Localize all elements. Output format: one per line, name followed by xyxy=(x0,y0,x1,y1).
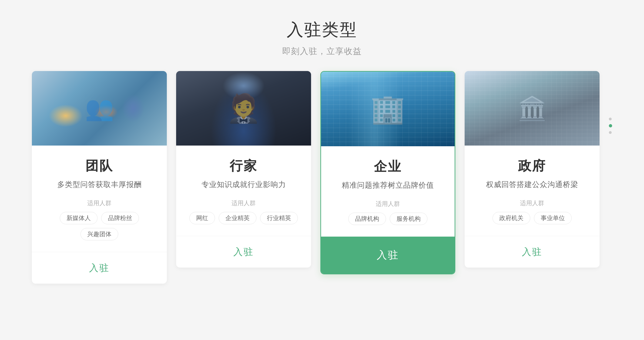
card-expert-description: 专业知识成就行业影响力 xyxy=(202,180,286,190)
card-team-tags: 新媒体人 品牌粉丝 兴趣团体 xyxy=(44,212,155,240)
tag-public-inst: 事业单位 xyxy=(534,212,572,224)
card-expert-footer: 入驻 xyxy=(176,236,311,268)
card-team-audience-label: 适用人群 xyxy=(87,199,112,207)
card-enterprise-body: 企业 精准问题推荐树立品牌价值 适用人群 品牌机构 服务机构 xyxy=(321,146,454,237)
card-team-image xyxy=(32,71,167,146)
tag-brand-org: 品牌机构 xyxy=(348,213,386,225)
card-expert-audience-label: 适用人群 xyxy=(232,199,256,207)
card-expert: 行家 专业知识成就行业影响力 适用人群 网红 企业精英 行业精英 入驻 xyxy=(176,71,311,268)
card-expert-image xyxy=(176,71,311,146)
card-enterprise: 企业 精准问题推荐树立品牌价值 适用人群 品牌机构 服务机构 入驻 xyxy=(320,71,455,274)
tag-interest-group: 兴趣团体 xyxy=(80,228,118,240)
card-team-body: 团队 多类型问答获取丰厚报酬 适用人群 新媒体人 品牌粉丝 兴趣团体 xyxy=(32,146,167,252)
card-government: 政府 权威回答搭建公众沟通桥梁 适用人群 政府机关 事业单位 入驻 xyxy=(464,71,600,268)
page-title: 入驻类型 xyxy=(282,19,362,41)
card-team: 团队 多类型问答获取丰厚报酬 适用人群 新媒体人 品牌粉丝 兴趣团体 入驻 xyxy=(32,71,167,284)
card-government-audience-label: 适用人群 xyxy=(520,199,544,207)
card-enterprise-image xyxy=(321,72,454,146)
card-team-title: 团队 xyxy=(86,157,113,175)
card-enterprise-tags: 品牌机构 服务机构 xyxy=(348,213,428,225)
card-team-footer: 入驻 xyxy=(32,252,167,284)
page-header: 入驻类型 即刻入驻，立享收益 xyxy=(282,19,362,57)
card-expert-tags: 网红 企业精英 行业精英 xyxy=(190,212,298,224)
card-expert-title: 行家 xyxy=(230,157,258,175)
dots-navigation xyxy=(609,118,612,134)
card-enterprise-title: 企业 xyxy=(374,158,402,176)
cards-wrapper: 团队 多类型问答获取丰厚报酬 适用人群 新媒体人 品牌粉丝 兴趣团体 入驻 xyxy=(32,71,612,284)
card-expert-join-button[interactable]: 入驻 xyxy=(224,243,263,261)
tag-govt-org: 政府机关 xyxy=(492,212,530,224)
card-expert-body: 行家 专业知识成就行业影响力 适用人群 网红 企业精英 行业精英 xyxy=(176,146,311,236)
card-government-tags: 政府机关 事业单位 xyxy=(492,212,572,224)
dot-2[interactable] xyxy=(609,124,612,127)
card-government-description: 权威回答搭建公众沟通桥梁 xyxy=(486,180,578,190)
tag-industry-elite: 行业精英 xyxy=(260,212,298,224)
card-government-join-button[interactable]: 入驻 xyxy=(512,243,552,261)
card-government-title: 政府 xyxy=(518,157,546,175)
tag-new-media: 新媒体人 xyxy=(60,212,98,224)
card-enterprise-footer: 入驻 xyxy=(321,237,454,274)
page-subtitle: 即刻入驻，立享收益 xyxy=(282,46,362,57)
dot-3[interactable] xyxy=(609,131,612,134)
card-enterprise-description: 精准问题推荐树立品牌价值 xyxy=(342,180,434,190)
card-enterprise-join-button[interactable]: 入驻 xyxy=(367,246,408,264)
card-government-body: 政府 权威回答搭建公众沟通桥梁 适用人群 政府机关 事业单位 xyxy=(464,146,600,236)
tag-service-org: 服务机构 xyxy=(390,213,428,225)
card-team-join-button[interactable]: 入驻 xyxy=(80,259,119,277)
card-government-footer: 入驻 xyxy=(464,236,600,268)
card-government-image xyxy=(464,71,600,146)
page-container: 入驻类型 即刻入驻，立享收益 团队 多类型问答获取丰厚报酬 适用人群 新媒体人 … xyxy=(0,0,644,340)
cards-container: 团队 多类型问答获取丰厚报酬 适用人群 新媒体人 品牌粉丝 兴趣团体 入驻 xyxy=(32,71,600,284)
dot-1[interactable] xyxy=(609,118,612,120)
tag-influencer: 网红 xyxy=(190,212,215,224)
tag-brand-fans: 品牌粉丝 xyxy=(101,212,139,224)
tag-corporate-elite: 企业精英 xyxy=(219,212,256,224)
card-team-description: 多类型问答获取丰厚报酬 xyxy=(57,180,142,190)
card-enterprise-audience-label: 适用人群 xyxy=(376,200,400,208)
